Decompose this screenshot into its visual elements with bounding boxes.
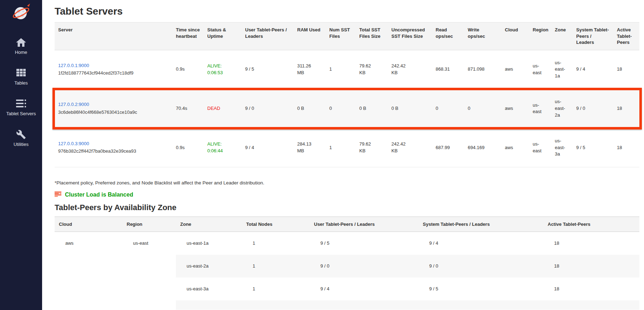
az-zone-cell: us-east-3a [176,278,242,300]
sidebar-item-home[interactable]: Home [0,37,42,55]
az-active-peers-cell: 18 [543,232,639,255]
az-row: aws us-east us-east-1a 1 9 / 5 9 / 4 18 [55,232,639,255]
az-header-row: Cloud Region Zone Total Nodes User Table… [55,217,639,232]
ram-cell: 0 B [294,89,326,128]
az-system-peers-cell: 9 / 5 [419,278,543,300]
az-nodes-cell: 1 [242,232,310,255]
th-cloud: Cloud [501,22,529,50]
active-peers-cell: 18 [613,50,639,89]
th-system-peers: System Tablet-Peers / Leaders [573,22,613,50]
main-content: Tablet Servers Server Time since heartbe… [42,0,644,310]
cloud-cell: aws [501,128,529,167]
read-ops-cell: 687.99 [432,128,464,167]
th-active-peers: Active Tablet-Peers [613,22,639,50]
th-heartbeat: Time since heartbeat [172,22,204,50]
az-nodes-cell: 1 [242,255,310,278]
region-cell: us-east [529,50,551,89]
zone-cell: us-east-3a [551,128,573,167]
status-cell: ALIVE: 0:06:53 [204,50,242,89]
app-root: Home Tables [0,0,644,310]
uptime-text: 0:06:44 [207,148,238,154]
system-peers-cell: 9 / 5 [573,128,613,167]
app-logo[interactable] [11,2,31,23]
th-az-total-nodes: Total Nodes [242,217,310,232]
ram-cell: 311.26 MB [294,50,326,89]
th-zone: Zone [551,22,573,50]
read-ops-cell: 868.31 [432,50,464,89]
heartbeat-cell: 0.9s [172,50,204,89]
server-row: 127.0.0.1:9000 1f2fd188777643cf944ced2f3… [55,50,639,89]
region-cell: us-east [529,89,551,128]
az-zone-cell: us-east-1a [176,232,242,255]
sidebar-item-label: Utilities [14,142,29,147]
cloud-cell: aws [501,50,529,89]
th-region: Region [529,22,551,50]
placement-footnote: *Placement policy, Preferred zones, and … [55,180,640,186]
heartbeat-cell: 70.4s [172,89,204,128]
th-server: Server [55,22,172,50]
servers-header-row: Server Time since heartbeat Status & Upt… [55,22,639,50]
th-total-sst: Total SST Files Size [356,22,388,50]
az-user-peers-cell: 9 / 0 [310,255,419,278]
th-az-cloud: Cloud [55,217,122,232]
num-sst-cell: 1 [326,128,356,167]
server-link[interactable]: 127.0.0.3:9000 [58,141,89,146]
th-az-user-peers: User Tablet-Peers / Leaders [310,217,419,232]
az-cloud-cell: aws [55,232,122,310]
total-sst-cell: 0 B [356,89,388,128]
status-text: DEAD [207,105,238,112]
sidebar: Home Tables [0,0,42,310]
ram-cell: 284.13 MB [294,128,326,167]
th-num-sst: Num SST Files [326,22,356,50]
az-zone-cell: us-east-2a [176,255,242,278]
tablet-servers-table-wrap: Server Time since heartbeat Status & Upt… [55,22,639,167]
server-link[interactable]: 127.0.0.1:9000 [58,63,89,68]
tablet-servers-icon [15,99,27,109]
total-sst-cell: 79.62 KB [356,50,388,89]
planet-logo-icon [11,18,31,23]
th-az-system-peers: System Tablet-Peers / Leaders [419,217,543,232]
active-peers-cell: 18 [613,128,639,167]
server-link[interactable]: 127.0.0.2:9000 [58,102,89,107]
sidebar-item-tablet-servers[interactable]: Tablet Servers [0,99,42,116]
server-cell: 127.0.0.2:9000 3c6deb86f40c4f668e5763041… [55,89,172,128]
cloud-cell: aws [501,89,529,128]
th-az-region: Region [122,217,176,232]
cluster-load-label: Cluster Load is Balanced [65,192,133,198]
tables-icon [16,68,26,78]
sidebar-item-utilities[interactable]: Utilities [0,129,42,147]
sidebar-nav: Home Tables [0,37,42,147]
th-write-ops: Write ops/sec [464,22,501,50]
num-sst-cell: 1 [326,50,356,89]
tablet-servers-table: Server Time since heartbeat Status & Upt… [55,22,639,167]
total-sst-cell: 79.62 KB [356,128,388,167]
heartbeat-cell: 0.9s [172,128,204,167]
uncompressed-sst-cell: 0 B [388,89,432,128]
sidebar-item-label: Tablet Servers [6,111,36,116]
region-cell: us-east [529,128,551,167]
az-active-peers-cell: 18 [543,278,639,300]
num-sst-cell: 0 [326,89,356,128]
az-active-peers-cell: 18 [543,255,639,278]
az-system-peers-cell: 9 / 4 [419,232,543,255]
cluster-balance-icon [55,192,61,198]
status-text: ALIVE: [207,141,238,148]
status-cell: ALIVE: 0:06:44 [204,128,242,167]
th-ram: RAM Used [294,22,326,50]
th-az-active-peers: Active Tablet-Peers [543,217,639,232]
wrench-icon [16,129,26,139]
sidebar-item-label: Tables [14,80,28,86]
th-user-peers: User Tablet-Peers / Leaders [242,22,294,50]
home-icon [16,37,26,47]
th-uncompressed-sst: Uncompressed SST Files Size [388,22,432,50]
write-ops-cell: 694.169 [464,128,501,167]
status-text: ALIVE: [207,63,238,70]
read-ops-cell: 0 [432,89,464,128]
server-uuid: 976b382c2ff442f7ba0bea32e39cea93 [58,148,169,155]
sidebar-item-tables[interactable]: Tables [0,68,42,86]
uncompressed-sst-cell: 242.42 KB [388,50,432,89]
active-peers-cell: 18 [613,89,639,128]
server-cell: 127.0.0.1:9000 1f2fd188777643cf944ced2f3… [55,50,172,89]
az-region-cell: us-east [122,232,176,310]
uncompressed-sst-cell: 242.42 KB [388,128,432,167]
